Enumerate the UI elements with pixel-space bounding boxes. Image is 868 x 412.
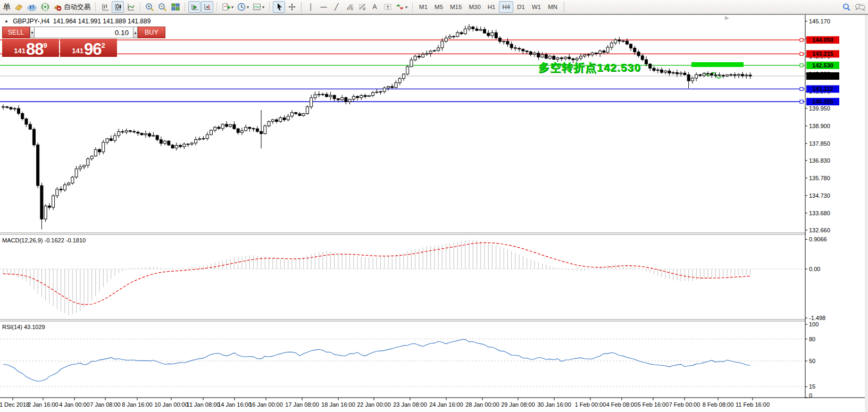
text-button[interactable]: A: [369, 1, 381, 13]
bid-prefix: 141: [14, 46, 26, 56]
fibonacci-icon: F: [358, 3, 366, 11]
rsi-label: RSI(14) 43.1029: [2, 324, 45, 330]
toolbar-separator: [564, 2, 564, 12]
pivot-annotation-text: 多空转折点142.530: [538, 60, 641, 75]
indicators-icon: [222, 3, 230, 11]
fibonacci-button[interactable]: F: [356, 1, 368, 13]
zoom-in-button[interactable]: [144, 1, 156, 13]
timeframe-button-m15[interactable]: M15: [447, 1, 465, 13]
svg-text:14 Jan 16:00: 14 Jan 16:00: [218, 401, 252, 408]
svg-text:140.355: 140.355: [812, 98, 833, 105]
toolbar-separator: [301, 2, 302, 12]
collapse-triangle-icon[interactable]: ▲: [4, 19, 9, 23]
crosshair-button[interactable]: [286, 1, 298, 13]
trendline-button[interactable]: ╱: [330, 1, 343, 13]
new-order-icon: [14, 3, 23, 11]
chat-button[interactable]: [853, 1, 867, 13]
buy-button[interactable]: BUY: [138, 27, 165, 38]
svg-text:11 Feb 16:00: 11 Feb 16:00: [736, 401, 770, 408]
timeframe-button-w1[interactable]: W1: [529, 1, 544, 13]
chart-title: ▲ GBPJPY-,H4 141.964 141.991 141.889 141…: [4, 18, 151, 25]
macd-label: MACD(12,26,9) -0.1622 -0.1810: [2, 237, 86, 243]
signals-button[interactable]: [39, 1, 51, 13]
toolbar: 单 自动交易 ▾ ▾ ▾ │ — ╱ E F A T ▾ M1 M5 M15 M…: [0, 0, 868, 15]
horizontal-line-button[interactable]: —: [318, 1, 330, 13]
timeframe-button-m1[interactable]: M1: [416, 1, 431, 13]
bar-chart-button[interactable]: [99, 1, 111, 13]
svg-text:135.780: 135.780: [809, 175, 830, 181]
svg-text:134.730: 134.730: [809, 192, 830, 199]
svg-text:E: E: [351, 7, 354, 11]
svg-text:139.950: 139.950: [809, 105, 830, 112]
chart-shift-icon: [203, 3, 212, 11]
channel-button[interactable]: E: [343, 1, 355, 13]
arrows-button[interactable]: ▾: [394, 1, 409, 13]
svg-text:18 Jan 16:00: 18 Jan 16:00: [321, 401, 355, 408]
svg-text:132.660: 132.660: [809, 227, 830, 233]
dropdown-caret: ▾: [231, 5, 233, 10]
volume-input[interactable]: [35, 27, 133, 38]
line-chart-icon: [127, 3, 135, 11]
toolbar-grip: [139, 2, 141, 12]
periods-clock-icon: [237, 3, 246, 11]
timeframe-button-d1[interactable]: D1: [514, 1, 528, 13]
svg-text:22 Jan 00:00: 22 Jan 00:00: [357, 401, 391, 408]
svg-text:15: 15: [809, 383, 815, 390]
svg-text:145.170: 145.170: [809, 18, 830, 24]
timeframe-button-mn[interactable]: MN: [545, 1, 561, 13]
timeframe-button-h4[interactable]: H4: [499, 1, 513, 13]
indicators-button[interactable]: ▾: [220, 1, 235, 13]
templates-button[interactable]: ▾: [251, 1, 266, 13]
svg-text:138.900: 138.900: [809, 123, 830, 129]
svg-text:4 Feb 08:00: 4 Feb 08:00: [606, 401, 638, 408]
sell-button[interactable]: SELL: [2, 27, 30, 38]
candlestick-chart-button[interactable]: [112, 1, 124, 13]
mql5-community-button[interactable]: [26, 1, 38, 13]
svg-text:141.889: 141.889: [812, 73, 833, 79]
autoscroll-icon: [190, 3, 199, 11]
mql5-cloud-icon: [27, 3, 37, 11]
new-order-button[interactable]: [13, 1, 25, 13]
search-button[interactable]: [840, 1, 853, 13]
svg-text:24 Jan 16:00: 24 Jan 16:00: [429, 401, 463, 408]
cursor-button[interactable]: [273, 1, 285, 13]
text-label-icon: T: [383, 3, 392, 11]
vertical-line-button[interactable]: │: [305, 1, 317, 13]
chart-shift-button[interactable]: [201, 1, 213, 13]
cursor-icon: [276, 3, 283, 11]
volume-decrease-button[interactable]: ▼: [30, 27, 35, 38]
svg-text:144.050: 144.050: [812, 37, 833, 43]
line-chart-button[interactable]: [124, 1, 137, 13]
timeframe-button-m5[interactable]: M5: [431, 1, 446, 13]
timeframe-button-m30[interactable]: M30: [465, 1, 483, 13]
svg-text:11 Jan 08:00: 11 Jan 08:00: [187, 401, 220, 408]
autotrading-button[interactable]: 自动交易: [52, 1, 92, 13]
ask-quote[interactable]: 141 96 2: [60, 39, 117, 57]
arrows-icon: [396, 3, 404, 11]
symbol-period: GBPJPY-,H4: [13, 18, 49, 25]
ask-pip-digit: 2: [101, 41, 105, 49]
svg-text:142.530: 142.530: [812, 62, 833, 69]
bid-quote[interactable]: 141 88 9: [2, 39, 59, 57]
svg-text:31 Dec 2018: 31 Dec 2018: [0, 401, 29, 408]
timeframe-button-h1[interactable]: H1: [485, 1, 499, 13]
svg-text:17 Jan 08:00: 17 Jan 08:00: [285, 401, 319, 408]
svg-text:T: T: [386, 5, 389, 10]
ask-big-digits: 96: [84, 43, 101, 56]
green-highlight-box: [691, 62, 744, 67]
svg-text:2 Jan 16:00: 2 Jan 16:00: [28, 401, 59, 408]
periods-button[interactable]: ▾: [236, 1, 251, 13]
tile-windows-button[interactable]: [169, 1, 181, 13]
clipped-button-label[interactable]: 单: [1, 2, 12, 12]
ohlc-values: 141.964 141.991 141.889 141.889: [53, 18, 151, 25]
svg-text:1 Feb 00:00: 1 Feb 00:00: [575, 401, 606, 408]
bar-chart-icon: [101, 3, 110, 11]
svg-text:7 Jan 08:00: 7 Jan 08:00: [90, 401, 121, 408]
chart-canvas[interactable]: 145.170144.120143.070142.020140.970139.9…: [0, 0, 868, 412]
zoom-out-button[interactable]: [156, 1, 169, 13]
volume-increase-button[interactable]: ▲: [133, 27, 138, 38]
svg-text:5 Feb 16:00: 5 Feb 16:00: [638, 401, 669, 408]
svg-text:0: 0: [809, 392, 812, 399]
text-label-button[interactable]: T: [381, 1, 394, 13]
autoscroll-button[interactable]: [188, 1, 201, 13]
